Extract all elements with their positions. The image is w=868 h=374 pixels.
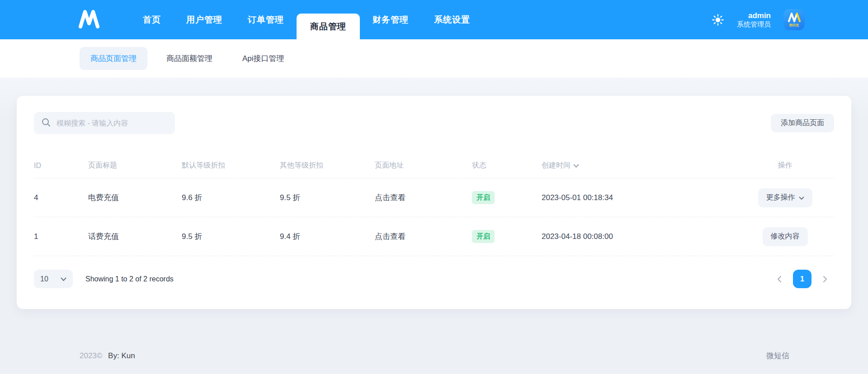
- pagination-controls: 1: [770, 270, 834, 288]
- avatar-caption: 秒闪充: [789, 23, 799, 28]
- cell-status: 开启: [472, 230, 542, 243]
- page-footer: 2023© By: Kun 微短信: [0, 351, 868, 361]
- col-status: 状态: [472, 161, 542, 170]
- footer-link[interactable]: 微短信: [766, 351, 789, 361]
- nav-item-home[interactable]: 首页: [130, 0, 174, 39]
- chevron-right-icon[interactable]: [816, 270, 834, 288]
- cell-id: 4: [34, 193, 88, 202]
- page-size-value: 10: [40, 275, 48, 283]
- header-right: admin 系统管理员 秒闪充: [712, 9, 805, 30]
- brand-logo[interactable]: [77, 8, 100, 32]
- main-content: 添加商品页面 ID 页面标题 默认等级折扣 其他等级折扣 页面地址 状态 创建时…: [0, 78, 868, 309]
- avatar[interactable]: 秒闪充: [783, 9, 805, 30]
- chevron-left-icon[interactable]: [770, 270, 788, 288]
- cell-title: 电费充值: [88, 192, 182, 203]
- more-actions-button[interactable]: 更多操作: [758, 188, 812, 207]
- page-button-1[interactable]: 1: [793, 270, 811, 288]
- status-badge: 开启: [472, 191, 495, 204]
- user-name: admin: [737, 11, 771, 20]
- col-title: 页面标题: [88, 161, 182, 170]
- edit-content-button[interactable]: 修改内容: [763, 227, 808, 246]
- product-pages-table: ID 页面标题 默认等级折扣 其他等级折扣 页面地址 状态 创建时间 操作 4 …: [34, 153, 834, 256]
- sun-icon[interactable]: [712, 14, 724, 26]
- page-size-select[interactable]: 10: [34, 270, 73, 288]
- status-badge: 开启: [472, 230, 495, 243]
- cell-default-discount: 9.5 折: [182, 231, 280, 242]
- table-row: 4 电费充值 9.6 折 9.5 折 点击查看 开启 2023-05-01 00…: [34, 178, 834, 217]
- footer-left: 2023© By: Kun: [80, 351, 135, 360]
- subtab-product-denominations[interactable]: 商品面额管理: [156, 47, 223, 70]
- search-box[interactable]: [34, 112, 175, 134]
- product-pages-card: 添加商品页面 ID 页面标题 默认等级折扣 其他等级折扣 页面地址 状态 创建时…: [17, 96, 851, 309]
- col-default-discount: 默认等级折扣: [182, 161, 280, 170]
- col-created-at-label: 创建时间: [542, 161, 571, 170]
- col-other-discount: 其他等级折扣: [280, 161, 375, 170]
- table-header-row: ID 页面标题 默认等级折扣 其他等级折扣 页面地址 状态 创建时间 操作: [34, 153, 834, 178]
- card-toolbar: 添加商品页面: [34, 112, 834, 134]
- main-nav: 首页 用户管理 订单管理 商品管理 财务管理 系统设置: [130, 0, 483, 39]
- subtab-api[interactable]: Api接口管理: [231, 47, 295, 70]
- col-actions: 操作: [736, 161, 834, 170]
- user-meta: admin 系统管理员: [737, 11, 771, 29]
- add-product-page-button[interactable]: 添加商品页面: [771, 114, 834, 132]
- pagination-bar: 10 Showing 1 to 2 of 2 records 1: [34, 270, 834, 288]
- table-row: 1 话费充值 9.5 折 9.4 折 点击查看 开启 2023-04-18 00…: [34, 217, 834, 256]
- col-page-url: 页面地址: [375, 161, 472, 170]
- chevron-down-icon: [61, 275, 66, 283]
- search-input[interactable]: [57, 119, 168, 127]
- cell-id: 1: [34, 232, 88, 241]
- sort-chevron-down-icon[interactable]: [573, 162, 579, 170]
- nav-item-finance[interactable]: 财务管理: [360, 0, 421, 39]
- edit-content-label: 修改内容: [771, 232, 800, 241]
- cell-default-discount: 9.6 折: [182, 192, 280, 203]
- cell-title: 话费充值: [88, 231, 182, 242]
- m-logo-icon: [77, 9, 100, 31]
- cell-other-discount: 9.4 折: [280, 231, 375, 242]
- footer-author: By: Kun: [108, 351, 135, 360]
- search-icon: [41, 117, 51, 129]
- cell-other-discount: 9.5 折: [280, 192, 375, 203]
- top-header: 首页 用户管理 订单管理 商品管理 财务管理 系统设置 admin 系统管理员: [0, 0, 868, 39]
- cell-actions: 更多操作: [736, 188, 834, 207]
- subtab-product-pages[interactable]: 商品页面管理: [80, 47, 147, 70]
- nav-item-settings[interactable]: 系统设置: [421, 0, 483, 39]
- user-role: 系统管理员: [737, 20, 771, 29]
- nav-item-orders[interactable]: 订单管理: [235, 0, 297, 39]
- chevron-down-icon: [799, 194, 804, 202]
- cell-created-at: 2023-05-01 00:18:34: [542, 193, 736, 202]
- nav-item-users[interactable]: 用户管理: [174, 0, 235, 39]
- more-actions-label: 更多操作: [766, 193, 795, 202]
- avatar-m-logo-icon: [788, 12, 801, 24]
- cell-created-at: 2023-04-18 00:08:00: [542, 232, 736, 241]
- pagination-summary: Showing 1 to 2 of 2 records: [85, 275, 174, 283]
- col-id: ID: [34, 162, 88, 170]
- footer-copyright: 2023©: [80, 351, 102, 360]
- cell-page-link[interactable]: 点击查看: [375, 231, 472, 242]
- cell-page-link[interactable]: 点击查看: [375, 192, 472, 203]
- subnav: 商品页面管理 商品面额管理 Api接口管理: [0, 39, 868, 78]
- nav-item-products[interactable]: 商品管理: [297, 14, 360, 39]
- cell-actions: 修改内容: [736, 227, 834, 246]
- cell-status: 开启: [472, 191, 542, 204]
- col-created-at[interactable]: 创建时间: [542, 161, 736, 170]
